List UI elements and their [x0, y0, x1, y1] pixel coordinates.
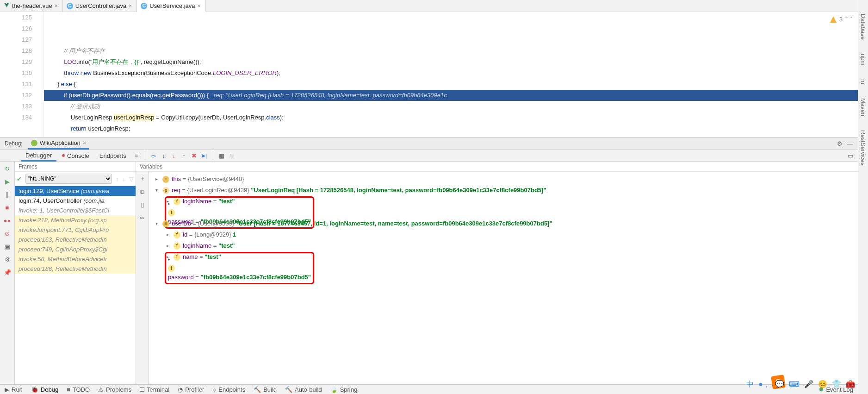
- glasses-icon[interactable]: ∞: [140, 214, 144, 221]
- next-frame-icon[interactable]: ↓: [123, 175, 126, 182]
- variables-tree[interactable]: ▸ ≡ this = {UserService@9440}▾ p req = {…: [149, 172, 858, 394]
- link-icon[interactable]: ⧉: [140, 188, 144, 196]
- editor-tabs: the-header.vue×CUserController.java×CUse…: [0, 0, 858, 12]
- stack-frame[interactable]: proceed:749, CglibAopProxy$Cgl: [15, 244, 136, 254]
- warning-icon: [830, 16, 837, 23]
- console-tab[interactable]: Console: [57, 150, 94, 161]
- stack-frame[interactable]: invoke:-1, UserController$$FastCl: [15, 206, 136, 215]
- java-class-icon: C: [67, 3, 73, 9]
- threads-icon[interactable]: ≡: [132, 151, 141, 160]
- debug-label: Debug:: [5, 140, 23, 147]
- editor-tab[interactable]: the-header.vue×: [0, 0, 63, 12]
- variable-node[interactable]: ▸ f password = "fb09b64e309e1c33e7cf8cfe…: [149, 207, 858, 218]
- evaluate-icon[interactable]: ▦: [217, 151, 226, 160]
- code-area[interactable]: 3 ˆ ˇ // 用户名不存在 LOG.info("用户名不存在，{}", re…: [44, 12, 858, 137]
- tool-window-npm[interactable]: npm: [860, 54, 867, 65]
- gear-icon[interactable]: ⚙: [837, 140, 843, 147]
- stack-frame[interactable]: proceed:186, ReflectiveMethodIn: [15, 264, 136, 274]
- debug-tool[interactable]: 🐞 Debug: [31, 386, 58, 393]
- variable-node[interactable]: ▸ f password = "fb09b64e309e1c33e7cf8cfe…: [149, 263, 858, 274]
- expand-arrow-icon[interactable]: ▸: [168, 256, 170, 262]
- expand-arrow-icon[interactable]: ▸: [168, 201, 170, 206]
- variable-node[interactable]: ▸ ≡ this = {UserService@9440}: [149, 174, 858, 185]
- expand-arrow-icon[interactable]: ▸: [167, 229, 171, 240]
- problems-tool[interactable]: ⚠ Problems: [98, 386, 131, 393]
- right-tool-window-bar: Database npm m Maven RestServices: [858, 0, 868, 394]
- stack-frame[interactable]: login:74, UserController (com.jia: [15, 196, 136, 206]
- stop-icon[interactable]: ■: [3, 203, 12, 212]
- step-over-icon[interactable]: ⤼: [149, 151, 158, 160]
- stack-frame[interactable]: proceed:163, ReflectiveMethodIn: [15, 235, 136, 244]
- thread-selector: ✔ "htt...NING" ↑ ↓ ▽: [15, 172, 136, 186]
- minimize-icon[interactable]: —: [847, 140, 853, 147]
- profiler-tool[interactable]: ◔ Profiler: [178, 386, 204, 393]
- filter-icon[interactable]: ▽: [129, 175, 134, 182]
- close-icon[interactable]: ×: [198, 3, 201, 9]
- variable-node[interactable]: ▸ f loginName = "test": [149, 240, 858, 251]
- close-icon[interactable]: ×: [55, 3, 58, 9]
- rerun-icon[interactable]: ↻: [3, 164, 12, 173]
- terminal-tool[interactable]: Terminal: [140, 386, 169, 393]
- autobuild-tool[interactable]: 🔨 Auto-build: [285, 386, 322, 393]
- spring-tool[interactable]: 🍃 Spring: [330, 386, 358, 393]
- debugger-tab[interactable]: Debugger: [21, 150, 56, 162]
- camera-icon[interactable]: ▣: [3, 242, 12, 250]
- gutter: 125126127128129130131132133134: [0, 12, 44, 137]
- frames-title: Frames: [15, 162, 136, 172]
- expand-arrow-icon[interactable]: ▸: [167, 240, 171, 251]
- chevron-up-icon[interactable]: ˆ: [845, 14, 847, 25]
- frames-panel: Frames ✔ "htt...NING" ↑ ↓ ▽ login:129, U…: [15, 162, 136, 394]
- view-breakpoints-icon[interactable]: ●●: [3, 216, 12, 225]
- step-out-icon[interactable]: ↑: [180, 151, 189, 160]
- endpoints-tab[interactable]: Endpoints: [95, 150, 131, 161]
- add-watch-icon[interactable]: ＋: [139, 175, 145, 183]
- variable-node[interactable]: ▾ p req = {UserLoginReq@9439} "UserLogin…: [149, 185, 858, 196]
- debug-session-tab[interactable]: WikiApplication ×: [28, 138, 89, 150]
- debug-body: ↻ ▶ ∥ ■ ●● ⊘ ▣ ⚙ 📌 Frames ✔ "htt...NING"…: [0, 162, 858, 394]
- pause-icon[interactable]: ∥: [3, 190, 12, 199]
- thread-dropdown[interactable]: "htt...NING": [25, 174, 112, 184]
- stack-frame[interactable]: invoke:58, MethodBeforeAdviceIr: [15, 254, 136, 264]
- tool-window-database[interactable]: Database: [860, 14, 867, 40]
- frame-list[interactable]: login:129, UserService (com.jiawalogin:7…: [15, 186, 136, 394]
- editor-tab[interactable]: CUserController.java×: [63, 0, 137, 12]
- mute-breakpoints-icon[interactable]: ⊘: [3, 229, 12, 238]
- trace-icon[interactable]: ≋: [227, 151, 236, 160]
- code-editor[interactable]: 125126127128129130131132133134 3 ˆ ˇ // …: [0, 12, 858, 137]
- todo-tool[interactable]: ≡ TODO: [67, 386, 90, 393]
- run-tool[interactable]: ▶ Run: [5, 386, 23, 393]
- tool-window-m[interactable]: m: [860, 79, 867, 84]
- run-to-cursor-icon[interactable]: ➤|: [200, 151, 209, 160]
- variable-node[interactable]: ▾ ≡ userDb = {User@9509} "User [Hash = 1…: [149, 218, 858, 229]
- expand-arrow-icon[interactable]: ▾: [155, 185, 160, 196]
- copy-icon[interactable]: ⌷: [141, 201, 144, 208]
- endpoints-tool[interactable]: ⟐ Endpoints: [212, 386, 245, 393]
- expand-arrow-icon[interactable]: ▸: [155, 174, 160, 185]
- tool-window-restservices[interactable]: RestServices: [860, 130, 867, 166]
- inspection-widget[interactable]: 3 ˆ ˇ: [830, 14, 852, 25]
- drop-frame-icon[interactable]: ✖: [190, 151, 199, 160]
- variable-node[interactable]: ▸ f id = {Long@9929} 1: [149, 229, 858, 240]
- tool-window-maven[interactable]: Maven: [860, 98, 867, 116]
- resume-icon[interactable]: ▶: [3, 177, 12, 186]
- debug-session-name: WikiApplication: [40, 139, 81, 146]
- step-into-icon[interactable]: ↓: [159, 151, 168, 160]
- stack-frame[interactable]: invoke:218, MethodProxy (org.sp: [15, 215, 136, 225]
- stack-frame[interactable]: invokeJoinpoint:771, CglibAopPro: [15, 225, 136, 235]
- editor-tab[interactable]: CUserService.java×: [137, 0, 205, 12]
- force-step-into-icon[interactable]: ↓: [169, 151, 179, 160]
- settings-icon[interactable]: ⚙: [3, 255, 12, 263]
- stack-frame[interactable]: login:129, UserService (com.jiawa: [15, 186, 136, 196]
- field-badge-icon: f: [174, 231, 180, 238]
- pin-icon[interactable]: 📌: [3, 268, 12, 276]
- build-tool[interactable]: 🔨 Build: [254, 386, 277, 393]
- expand-arrow-icon[interactable]: ▾: [155, 218, 160, 229]
- prev-frame-icon[interactable]: ↑: [116, 175, 119, 182]
- close-icon[interactable]: ×: [83, 139, 87, 146]
- bug-icon: [31, 140, 37, 146]
- field-badge-icon: ≡: [162, 220, 169, 227]
- layout-icon[interactable]: ▭: [846, 151, 855, 160]
- tab-label: UserController.java: [75, 2, 127, 9]
- close-icon[interactable]: ×: [129, 3, 132, 9]
- chevron-down-icon[interactable]: ˇ: [850, 14, 852, 25]
